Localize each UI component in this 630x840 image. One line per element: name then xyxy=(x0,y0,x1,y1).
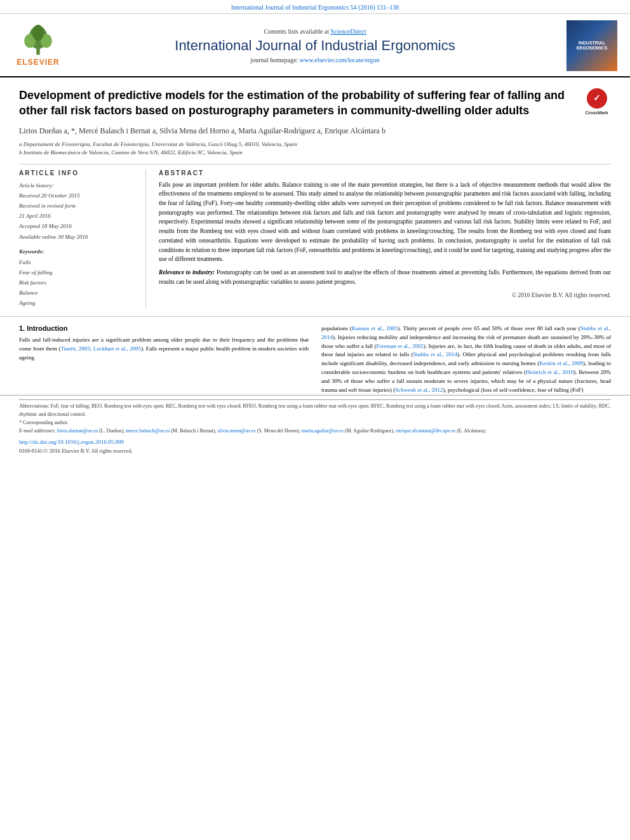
intro-para2: populations (Kannus et al., 2005). Thirt… xyxy=(321,324,611,396)
abbreviations-text: Abbreviations: FoF, fear of falling; REO… xyxy=(19,403,611,419)
relevance-line: Relevance to industry: Posturography can… xyxy=(159,268,611,286)
heinrich-ref[interactable]: Heinrich et al., 2010 xyxy=(526,369,573,375)
body-content: 1. Introduction Falls and fall-induced i… xyxy=(0,324,630,396)
abstract-column: ABSTRACT Falls pose an important problem… xyxy=(159,170,611,309)
email-text: E-mail addresses: lirios.duenas@uv.es (L… xyxy=(19,427,611,436)
intro-para1: Falls and fall-induced injuries are a si… xyxy=(19,336,309,363)
schwenk-ref[interactable]: Schwenk et al., 2012 xyxy=(395,387,443,393)
elsevier-wordmark: ELSEVIER xyxy=(13,58,64,67)
keyword-falls: Falls xyxy=(19,257,135,267)
revised-date: 21 April 2016 xyxy=(19,211,135,221)
article-info-header: ARTICLE INFO xyxy=(19,170,135,177)
crossmark-icon: ✓ xyxy=(587,88,607,109)
elsevier-tree-icon xyxy=(19,25,57,57)
citation-text: International Journal of Industrial Ergo… xyxy=(231,4,399,11)
kannus-ref[interactable]: Kannus et al., 2005 xyxy=(352,325,398,331)
sciencedirect-text: Contents lists available at xyxy=(264,28,330,35)
section-number: 1. xyxy=(19,324,25,332)
history-header: Article history: xyxy=(19,180,135,190)
body-right-column: populations (Kannus et al., 2005). Thirt… xyxy=(321,324,611,396)
affiliation-a: a Departament de Fisioteràpia, Facultat … xyxy=(19,140,611,149)
article-history: Article history: Received 20 October 201… xyxy=(19,180,135,242)
abstract-header: ABSTRACT xyxy=(159,170,611,177)
issn-line: 0169-8141/© 2016 Elsevier B.V. All right… xyxy=(0,448,630,460)
svg-point-4 xyxy=(32,25,44,41)
elsevier-image xyxy=(13,25,64,57)
revised-label: Received in revised form xyxy=(19,201,135,211)
title-text: Development of predictive models for the… xyxy=(19,89,565,117)
section-title-text: Introduction xyxy=(27,324,67,332)
elsevier-logo: ELSEVIER xyxy=(13,25,64,67)
sciencedirect-link[interactable]: ScienceDirect xyxy=(330,28,366,35)
email-aguilar[interactable]: marta.aguilar@uv.es xyxy=(302,428,344,434)
corresponding-text: * Corresponding author. xyxy=(19,419,611,427)
homepage-label: journal homepage: xyxy=(251,57,300,63)
section-divider xyxy=(0,316,630,317)
doi-line: http://dx.doi.org/10.1016/j.ergon.2016.0… xyxy=(0,435,630,448)
abstract-paragraph1: Falls pose an important problem for olde… xyxy=(159,180,611,264)
journal-citation: International Journal of Industrial Ergo… xyxy=(0,0,630,14)
keywords-list: Falls Fear of falling Risk factors Balan… xyxy=(19,257,135,309)
stubbs-ref2[interactable]: Stubbs et al., 2014 xyxy=(413,351,457,357)
email-mena[interactable]: silvia.mena@uv.es xyxy=(217,428,255,434)
footnote-divider xyxy=(19,399,611,400)
relevance-text: Posturography can be used as an assessme… xyxy=(159,269,611,285)
abstract-text: Falls pose an important problem for olde… xyxy=(159,180,611,300)
homepage-link[interactable]: www.elsevier.com/locate/ergon xyxy=(300,57,380,63)
journal-title-block: Contents lists available at ScienceDirec… xyxy=(64,28,566,63)
doi-link[interactable]: http://dx.doi.org/10.1016/j.ergon.2016.0… xyxy=(19,439,124,445)
affiliations: a Departament de Fisioteràpia, Facultat … xyxy=(19,140,611,157)
journal-name: International Journal of Industrial Ergo… xyxy=(76,37,554,54)
journal-header: ELSEVIER Contents lists available at Sci… xyxy=(0,14,630,77)
keyword-fof: Fear of falling xyxy=(19,267,135,277)
email-alcantara[interactable]: enrique.alcantara@ibv.upv.es xyxy=(396,428,455,434)
relevance-label: Relevance to industry: xyxy=(159,269,215,276)
journal-cover: INDUSTRIAL ERGONOMICS xyxy=(566,20,617,71)
keyword-risk: Risk factors xyxy=(19,277,135,288)
journal-homepage: journal homepage: www.elsevier.com/locat… xyxy=(76,57,554,63)
article-info-abstract: ARTICLE INFO Article history: Received 2… xyxy=(19,164,611,309)
tinetti-ref[interactable]: Tinetti, 2003; Lockhart et al., 2005 xyxy=(60,345,141,352)
freeman-ref[interactable]: Freeman et al., 2002 xyxy=(377,343,424,349)
keywords-header: Keywords: xyxy=(19,248,135,255)
affiliation-b: b Instituto de Biomecánica de Valencia, … xyxy=(19,149,611,157)
email-balasch[interactable]: merce.balasch@uv.es xyxy=(126,428,170,434)
article-info-column: ARTICLE INFO Article history: Received 2… xyxy=(19,170,146,309)
intro-section-title: 1. Introduction xyxy=(19,324,309,332)
sciencedirect-line: Contents lists available at ScienceDirec… xyxy=(76,28,554,35)
crossmark-label: CrossMark xyxy=(585,110,608,116)
copyright-line: © 2016 Elsevier B.V. All rights reserved… xyxy=(159,291,611,300)
keyword-ageing: Ageing xyxy=(19,298,135,308)
crossmark[interactable]: ✓ CrossMark xyxy=(582,88,611,116)
article-content: Development of predictive models for the… xyxy=(0,77,630,309)
accepted-date: Accepted 18 May 2016 xyxy=(19,221,135,231)
available-date: Available online 30 May 2016 xyxy=(19,232,135,242)
article-title: Development of predictive models for the… xyxy=(19,88,611,119)
authors-line: Lirios Dueñas a, *, Mercè Balasch i Bern… xyxy=(19,125,611,137)
keyword-balance: Balance xyxy=(19,288,135,298)
email-duenas[interactable]: lirios.duenas@uv.es xyxy=(57,428,98,434)
keskin-ref[interactable]: Keskin et al., 2008 xyxy=(539,360,583,366)
keywords-section: Keywords: Falls Fear of falling Risk fac… xyxy=(19,248,135,309)
cover-label: INDUSTRIAL ERGONOMICS xyxy=(569,41,615,51)
intro-left-text: Falls and fall-induced injuries are a si… xyxy=(19,336,309,363)
footnote-section: Abbreviations: FoF, fear of falling; REO… xyxy=(0,395,630,435)
authors-text: Lirios Dueñas a, *, Mercè Balasch i Bern… xyxy=(19,126,385,135)
intro-right-text: populations (Kannus et al., 2005). Thirt… xyxy=(321,324,611,396)
received-date: Received 20 October 2015 xyxy=(19,190,135,201)
body-left-column: 1. Introduction Falls and fall-induced i… xyxy=(19,324,309,396)
